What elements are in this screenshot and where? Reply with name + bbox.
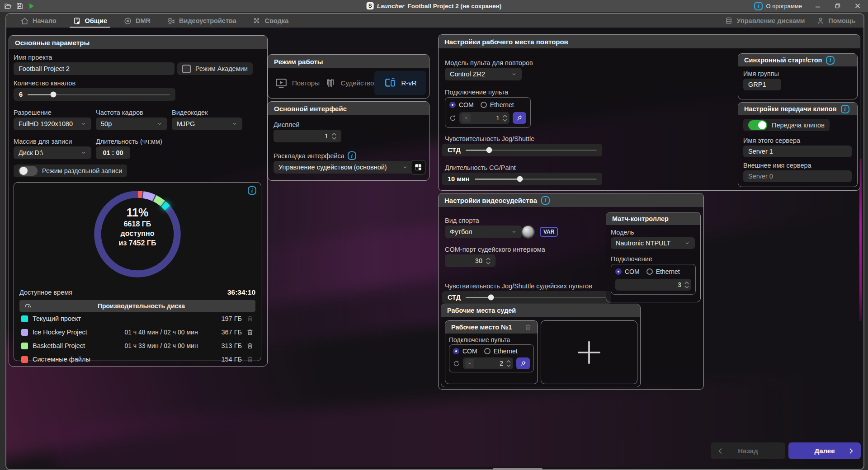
action-disks[interactable]: Управление дисками — [725, 17, 805, 25]
ext-server-name-input[interactable]: Server 0 — [743, 170, 852, 182]
save-project-icon[interactable] — [16, 2, 24, 10]
intercom-port-spinner[interactable]: 30 — [445, 254, 495, 267]
replay-port-field[interactable]: 1 — [459, 112, 509, 124]
available-time-value: 36:34:10 — [227, 288, 255, 296]
tab-video[interactable]: Видеоустройства — [165, 14, 239, 28]
slider-handle[interactable] — [486, 147, 492, 153]
replay-model-select[interactable]: Control ZR2 — [445, 68, 522, 80]
refresh-icon[interactable] — [449, 115, 456, 122]
chevron-down-icon — [81, 121, 86, 127]
project-name-input[interactable]: Football Project 2 — [14, 62, 175, 75]
chevron-down-icon[interactable] — [462, 113, 471, 122]
display-spinner[interactable]: 1 — [274, 130, 341, 142]
resolution-select[interactable]: FullHD 1920x1080 — [14, 118, 91, 130]
checkbox-icon — [182, 65, 191, 73]
mc-model-select[interactable]: Nautronic NTPULT — [611, 237, 695, 249]
radio-ethernet[interactable] — [646, 268, 653, 275]
panel-main-params: Основные параметры Имя проекта Football … — [9, 35, 268, 367]
mc-connection-label: Подключение — [611, 255, 652, 263]
server-name-input[interactable]: Server 1 — [743, 146, 852, 157]
toggle-on-icon[interactable] — [748, 120, 767, 130]
cg-duration-slider[interactable]: 10 мин — [442, 173, 602, 185]
row-size: 313 ГБ — [213, 342, 242, 349]
trash-icon[interactable] — [246, 342, 254, 349]
radio-com[interactable] — [615, 268, 622, 275]
mode-referee-button[interactable]: Судейство — [323, 71, 374, 95]
trash-icon[interactable] — [246, 315, 254, 322]
about-button[interactable]: i О программе — [754, 2, 802, 10]
clip-transfer-toggle[interactable]: Передача клипов — [743, 119, 830, 131]
spinner-arrows[interactable] — [506, 360, 511, 367]
wp-port-field[interactable]: 2 — [463, 357, 513, 369]
info-icon[interactable]: i — [541, 196, 550, 205]
row-name: Basketball Project — [33, 342, 109, 349]
spinner-arrows[interactable] — [503, 115, 507, 122]
tab-summary[interactable]: Сводка — [250, 14, 291, 28]
restore-button[interactable] — [834, 2, 842, 10]
action-help[interactable]: Помощь — [816, 17, 855, 25]
split-record-toggle[interactable]: Режим раздельной записи — [14, 164, 127, 177]
info-icon[interactable]: i — [841, 105, 849, 113]
mc-connection-box: COM Ethernet 3 — [611, 264, 696, 295]
var-badge[interactable]: VAR — [540, 227, 558, 237]
run-project-icon[interactable] — [28, 2, 35, 10]
ball-button[interactable] — [522, 226, 534, 238]
tab-dmr[interactable]: DMR — [121, 14, 153, 28]
slider-handle[interactable] — [517, 176, 523, 182]
info-icon[interactable]: i — [348, 151, 356, 160]
layout-select[interactable]: Управление судейством (основной) — [274, 161, 413, 174]
rvr-icon — [383, 77, 397, 89]
tab-home[interactable]: Начало — [18, 14, 59, 28]
spinner-arrows[interactable] — [684, 282, 689, 288]
channels-slider[interactable]: 6 — [14, 88, 175, 101]
row-name: Системные файлы — [33, 356, 109, 363]
minimize-button[interactable] — [814, 2, 822, 10]
open-project-icon[interactable] — [4, 2, 12, 10]
horizontal-scrollbar-thumb[interactable] — [493, 468, 542, 470]
mc-port-field[interactable]: 3 — [615, 279, 691, 291]
trash-icon[interactable] — [246, 356, 254, 363]
array-select[interactable]: Диск D:\ — [14, 146, 91, 159]
legend-color-swatch — [21, 315, 28, 322]
spinner-arrows[interactable] — [332, 133, 336, 140]
trash-icon[interactable] — [524, 324, 532, 331]
panel-work-mode-header: Режим работы — [268, 55, 429, 68]
tab-general[interactable]: Общие — [71, 14, 109, 28]
window-title: S Launcher Football Project 2 (не сохран… — [367, 2, 502, 9]
table-row: Текущий проект197 ГБ — [19, 312, 255, 325]
close-button[interactable] — [854, 2, 862, 10]
radio-com[interactable] — [449, 102, 456, 108]
wp-connection-label: Подключение пульта — [449, 336, 510, 343]
replay-jog-label: Чувствительность Jog/Shuttle — [445, 135, 534, 142]
layout-grid-button[interactable] — [411, 160, 425, 174]
spinner-arrows[interactable] — [486, 258, 491, 264]
back-button[interactable]: Назад — [711, 442, 785, 459]
toggle-off-icon[interactable] — [19, 166, 38, 176]
panel-referee-workplaces-header: Рабочие места судей — [441, 304, 640, 317]
refresh-icon[interactable] — [453, 360, 460, 367]
framerate-select[interactable]: 50p — [96, 118, 167, 130]
connect-button[interactable] — [516, 357, 530, 369]
panel-sync-start-stop: Синхронный старт/стопi Имя группы GRP1 — [738, 53, 858, 99]
duration-input[interactable]: 01 : 00 — [96, 146, 130, 159]
codec-select[interactable]: MJPG — [172, 118, 242, 130]
group-name-input[interactable]: GRP1 — [743, 79, 781, 90]
slider-handle[interactable] — [50, 92, 56, 98]
mode-label: Судейство — [341, 79, 374, 87]
radio-ethernet[interactable] — [481, 102, 487, 108]
info-icon[interactable]: i — [826, 56, 835, 65]
academy-mode-checkbox[interactable]: Режим Академии — [177, 62, 253, 75]
connect-button[interactable] — [513, 112, 526, 124]
slider-handle[interactable] — [488, 295, 494, 301]
trash-icon[interactable] — [246, 329, 254, 336]
sport-select[interactable]: Футбол — [445, 226, 522, 238]
next-button[interactable]: Далее — [788, 442, 861, 459]
replay-jog-slider[interactable]: СТД — [442, 144, 602, 156]
add-workplace-button[interactable] — [541, 320, 637, 384]
mode-rvr-button[interactable]: R-vR — [374, 71, 426, 95]
var-jog-slider[interactable]: СТД — [442, 291, 611, 304]
radio-com[interactable] — [453, 348, 459, 354]
chevron-down-icon[interactable] — [465, 359, 474, 368]
radio-ethernet[interactable] — [484, 348, 491, 354]
mode-replay-button[interactable]: Повторы — [271, 71, 323, 95]
